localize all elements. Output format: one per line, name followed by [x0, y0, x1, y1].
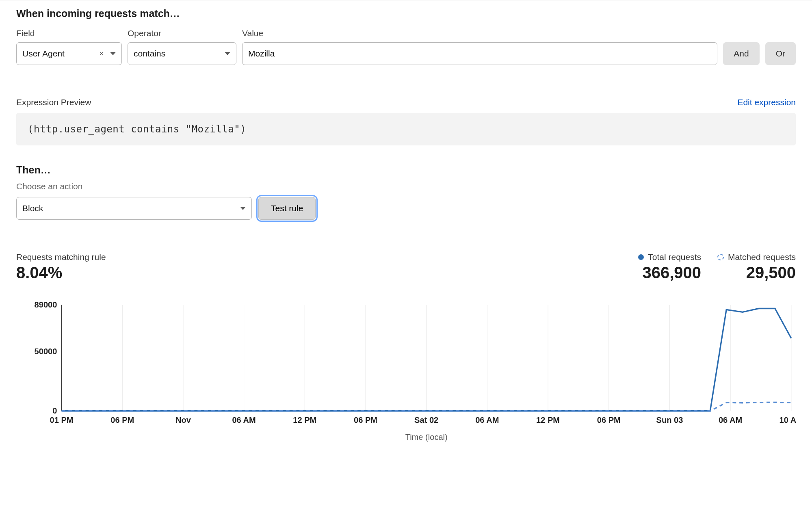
matching-rule-value: 8.04%	[16, 264, 62, 282]
chevron-down-icon	[240, 207, 246, 210]
svg-text:Nov: Nov	[175, 416, 191, 424]
field-group-operator: Operator contains	[128, 28, 236, 65]
svg-text:Time (local): Time (local)	[405, 433, 448, 442]
svg-text:50000: 50000	[35, 347, 57, 356]
svg-text:01 PM: 01 PM	[50, 416, 74, 424]
match-section-title: When incoming requests match…	[16, 8, 796, 19]
matched-requests-label: Matched requests	[728, 252, 796, 262]
expression-preview-label: Expression Preview	[16, 97, 91, 107]
and-button[interactable]: And	[723, 42, 759, 65]
clear-field-icon[interactable]: ×	[97, 50, 106, 58]
svg-text:06 AM: 06 AM	[719, 416, 742, 424]
choose-action-label: Choose an action	[16, 182, 796, 191]
chart-container: 0500008900001 PM06 PMNov06 AM12 PM06 PMS…	[16, 302, 796, 443]
match-condition-row: Field User Agent × Operator contains Val…	[16, 28, 796, 65]
stat-matching-rule: Requests matching rule 8.04%	[16, 252, 106, 282]
svg-text:06 PM: 06 PM	[597, 416, 621, 424]
operator-label: Operator	[128, 28, 236, 38]
svg-text:Sun 03: Sun 03	[656, 416, 683, 424]
edit-expression-link[interactable]: Edit expression	[737, 97, 796, 107]
legend-dot-dashed-icon	[717, 254, 724, 260]
svg-text:12 PM: 12 PM	[536, 416, 560, 424]
svg-text:0: 0	[52, 406, 57, 415]
expression-header: Expression Preview Edit expression	[16, 97, 796, 107]
test-rule-button[interactable]: Test rule	[258, 197, 316, 220]
action-select[interactable]: Block	[16, 197, 252, 220]
stat-matched-requests: Matched requests 29,500	[717, 252, 796, 282]
total-requests-label: Total requests	[648, 252, 701, 262]
field-label: Field	[16, 28, 122, 38]
field-select-value: User Agent	[22, 49, 65, 58]
operator-select-value: contains	[134, 49, 165, 58]
field-select[interactable]: User Agent ×	[16, 42, 122, 65]
svg-text:Sat 02: Sat 02	[414, 416, 438, 424]
stats-row: Requests matching rule 8.04% Total reque…	[16, 252, 796, 282]
chevron-down-icon	[110, 52, 116, 55]
stat-total-requests: Total requests 366,900	[638, 252, 701, 282]
svg-text:06 AM: 06 AM	[475, 416, 499, 424]
svg-text:10 AM: 10 AM	[780, 416, 796, 424]
svg-text:12 PM: 12 PM	[293, 416, 316, 424]
action-select-value: Block	[22, 203, 43, 213]
total-requests-value: 366,900	[642, 264, 701, 282]
value-label: Value	[242, 28, 717, 38]
then-section-title: Then…	[16, 164, 796, 176]
legend-dot-solid-icon	[638, 254, 644, 260]
svg-text:89000: 89000	[35, 302, 57, 309]
matched-requests-value: 29,500	[746, 264, 796, 282]
value-input[interactable]	[242, 42, 717, 65]
svg-text:06 PM: 06 PM	[354, 416, 377, 424]
expression-preview-code: (http.user_agent contains "Mozilla")	[16, 113, 796, 145]
field-group-value: Value	[242, 28, 717, 65]
svg-text:06 PM: 06 PM	[110, 416, 134, 424]
field-group-field: Field User Agent ×	[16, 28, 122, 65]
action-row: Block Test rule	[16, 197, 796, 220]
matching-rule-label: Requests matching rule	[16, 252, 106, 262]
chevron-down-icon	[225, 52, 230, 55]
requests-chart: 0500008900001 PM06 PMNov06 AM12 PM06 PMS…	[16, 302, 796, 443]
or-button[interactable]: Or	[765, 42, 796, 65]
operator-select[interactable]: contains	[128, 42, 236, 65]
svg-text:06 AM: 06 AM	[232, 416, 256, 424]
